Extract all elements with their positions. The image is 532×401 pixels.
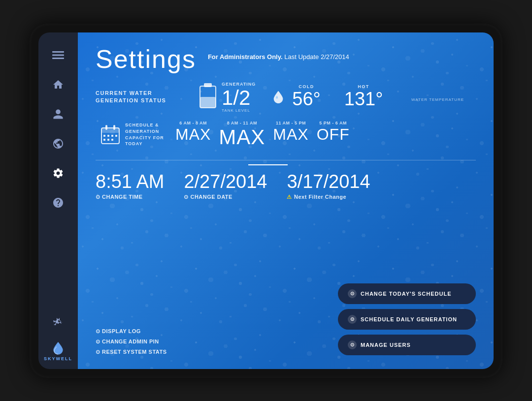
schedule-label: SCHEDULE & GENERATIONCAPACITY FOR TODAY bbox=[125, 122, 169, 147]
schedule-daily-icon: ⊙ bbox=[348, 315, 357, 324]
filter-value: 3/17/2014 bbox=[287, 172, 370, 191]
change-schedule-icon: ⊙ bbox=[348, 289, 357, 298]
admin-date: Last Update 2/27/2014 bbox=[284, 53, 349, 61]
change-time-button[interactable]: ⊙ CHANGE TIME bbox=[96, 194, 164, 200]
filter-group: 3/17/2014 ⚠ Next Filter Change bbox=[287, 172, 370, 200]
manage-users-icon: ⊙ bbox=[348, 340, 357, 349]
time-section: 8:51 AM ⊙ CHANGE TIME 2/27/2014 ⊙ CHANGE… bbox=[96, 172, 476, 200]
display-log-link[interactable]: ⊙ DISPLAY LOG bbox=[96, 328, 167, 335]
svg-rect-0 bbox=[52, 51, 64, 53]
schedule-slot-1: 8 AM - 11 AM MAX bbox=[219, 121, 265, 149]
water-drop-icon bbox=[271, 90, 285, 104]
tablet-inner: SKYWELL Settings For Administrators Only… bbox=[38, 32, 494, 369]
svg-rect-13 bbox=[111, 135, 113, 137]
schedule-icon bbox=[96, 124, 125, 146]
main-content: Settings For Administrators Only. Last U… bbox=[78, 32, 494, 369]
sidebar-item-home[interactable] bbox=[47, 74, 69, 95]
sidebar-item-user[interactable] bbox=[47, 103, 69, 125]
page-title: Settings bbox=[96, 46, 196, 72]
svg-rect-9 bbox=[105, 125, 107, 130]
reset-stats-link[interactable]: ⊙ RESET SYSTEM STATS bbox=[96, 349, 167, 355]
bottom-section: ⊙ DISPLAY LOG ⊙ CHANGE ADMIN PIN ⊙ RESET… bbox=[96, 210, 476, 355]
svg-point-6 bbox=[276, 96, 278, 99]
logo-text: SKYWELL bbox=[44, 356, 72, 361]
sidebar-item-globe[interactable] bbox=[47, 133, 69, 154]
active-slot-indicator bbox=[248, 164, 288, 165]
change-date-button[interactable]: ⊙ CHANGE DATE bbox=[184, 194, 267, 200]
change-schedule-button[interactable]: ⊙ CHANGE TODAY'S SCHEDULE bbox=[338, 283, 476, 304]
time-value: 8:51 AM bbox=[96, 172, 164, 191]
tablet-frame: SKYWELL Settings For Administrators Only… bbox=[30, 24, 502, 378]
water-temp-sublabel: WATER TEMPERATURE bbox=[411, 97, 464, 102]
generating-label: GENERATING bbox=[222, 82, 256, 87]
manage-users-label: MANAGE USERS bbox=[361, 342, 411, 348]
status-section: CURRENT WATERGENERATION STATUS bbox=[96, 82, 476, 113]
svg-rect-12 bbox=[107, 135, 109, 137]
svg-rect-16 bbox=[107, 139, 109, 141]
cold-value: 56° bbox=[292, 89, 320, 110]
header: Settings For Administrators Only. Last U… bbox=[96, 46, 476, 72]
cold-temp-group: COLD 56° bbox=[292, 84, 320, 110]
schedule-slots: 6 AM - 8 AM MAX 8 AM - 11 AM MAX 11 AM -… bbox=[175, 121, 476, 149]
hot-temp-group: HOT 131° bbox=[344, 84, 383, 110]
hot-value: 131° bbox=[344, 89, 383, 110]
date-group: 2/27/2014 ⊙ CHANGE DATE bbox=[184, 172, 267, 200]
action-buttons: ⊙ CHANGE TODAY'S SCHEDULE ⊙ SCHEDULE DAI… bbox=[338, 283, 476, 355]
change-pin-label: ⊙ CHANGE ADMIN PIN bbox=[96, 339, 159, 345]
svg-rect-4 bbox=[200, 97, 216, 108]
slot-0-time: 6 AM - 8 AM bbox=[179, 121, 207, 125]
manage-users-button[interactable]: ⊙ MANAGE USERS bbox=[338, 335, 476, 355]
tank-level-label: TANK LEVEL bbox=[222, 108, 250, 113]
change-time-label: ⊙ CHANGE TIME bbox=[96, 194, 143, 200]
svg-rect-10 bbox=[113, 125, 115, 130]
date-value: 2/27/2014 bbox=[184, 172, 267, 191]
slot-0-value: MAX bbox=[175, 125, 211, 144]
temp-section: COLD 56° HOT 131° bbox=[271, 84, 395, 110]
change-schedule-label: CHANGE TODAY'S SCHEDULE bbox=[361, 291, 452, 297]
tank-icon bbox=[199, 82, 217, 112]
svg-rect-17 bbox=[111, 139, 113, 141]
sidebar-item-fan[interactable] bbox=[47, 311, 69, 333]
schedule-slot-2: 11 AM - 5 PM MAX bbox=[273, 121, 308, 149]
sidebar-item-menu[interactable] bbox=[47, 44, 69, 66]
bottom-links: ⊙ DISPLAY LOG ⊙ CHANGE ADMIN PIN ⊙ RESET… bbox=[96, 328, 167, 355]
slot-3-value: OFF bbox=[317, 125, 350, 144]
sidebar-logo: SKYWELL bbox=[44, 341, 72, 361]
warn-icon: ⚠ bbox=[287, 194, 292, 200]
slot-2-time: 11 AM - 5 PM bbox=[276, 121, 306, 125]
svg-rect-5 bbox=[204, 83, 212, 87]
schedule-daily-button[interactable]: ⊙ SCHEDULE DAILY GENERATION bbox=[338, 309, 476, 330]
header-subtitle: For Administrators Only. Last Update 2/2… bbox=[208, 46, 349, 61]
status-label: CURRENT WATERGENERATION STATUS bbox=[96, 90, 169, 105]
schedule-daily-label: SCHEDULE DAILY GENERATION bbox=[361, 316, 457, 322]
divider-area bbox=[96, 155, 476, 165]
svg-rect-15 bbox=[103, 139, 105, 141]
divider bbox=[96, 160, 476, 160]
slot-3-time: 5 PM - 6 AM bbox=[319, 121, 347, 125]
schedule-slot-3: 5 PM - 6 AM OFF bbox=[317, 121, 350, 149]
svg-rect-14 bbox=[115, 135, 117, 137]
display-log-label: ⊙ DISPLAY LOG bbox=[96, 328, 141, 335]
reset-stats-label: ⊙ RESET SYSTEM STATS bbox=[96, 349, 167, 355]
change-pin-link[interactable]: ⊙ CHANGE ADMIN PIN bbox=[96, 339, 167, 345]
sidebar-item-help[interactable] bbox=[47, 192, 69, 214]
time-group: 8:51 AM ⊙ CHANGE TIME bbox=[96, 172, 164, 200]
tank-reading-group: GENERATING 1/2 TANK LEVEL bbox=[199, 82, 256, 113]
sidebar: SKYWELL bbox=[38, 32, 78, 369]
svg-rect-2 bbox=[52, 58, 64, 59]
change-date-label: ⊙ CHANGE DATE bbox=[184, 194, 232, 200]
schedule-section: SCHEDULE & GENERATIONCAPACITY FOR TODAY … bbox=[96, 121, 476, 149]
tank-value: 1/2 bbox=[222, 88, 250, 108]
slot-1-time: 8 AM - 11 AM bbox=[227, 121, 257, 125]
filter-action-label: Next Filter Change bbox=[294, 194, 346, 200]
header-admin: For Administrators Only. Last Update 2/2… bbox=[208, 53, 349, 61]
slot-1-value: MAX bbox=[219, 125, 265, 149]
slot-2-value: MAX bbox=[273, 125, 308, 144]
svg-rect-11 bbox=[103, 135, 105, 137]
sidebar-item-settings[interactable] bbox=[47, 162, 69, 184]
filter-change-label[interactable]: ⚠ Next Filter Change bbox=[287, 194, 370, 200]
svg-rect-1 bbox=[52, 54, 64, 56]
schedule-slot-0: 6 AM - 8 AM MAX bbox=[175, 121, 211, 149]
admin-bold: For Administrators Only. bbox=[208, 53, 283, 61]
svg-rect-8 bbox=[101, 128, 119, 133]
